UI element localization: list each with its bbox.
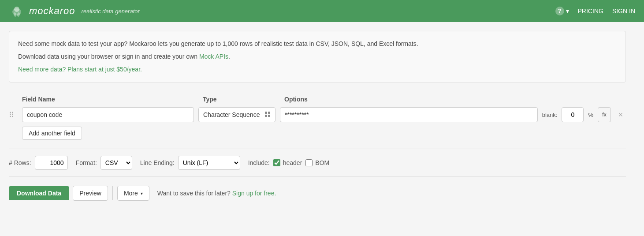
header-label[interactable]: header (283, 159, 302, 166)
header-checkbox-group: header (273, 159, 302, 166)
navbar: mockaroo realistic data generator ? ▾ PR… (0, 0, 644, 22)
upgrade-link[interactable]: Need more data? Plans start at just $50/… (18, 66, 142, 73)
rows-input[interactable] (35, 156, 68, 170)
save-text: Want to save this for later? Sign up for… (157, 190, 276, 197)
rows-label: # Rows: (9, 159, 31, 166)
chevron-down-icon: ▾ (141, 191, 143, 196)
remove-field-button[interactable]: × (615, 109, 626, 120)
help-button[interactable]: ? ▾ (555, 7, 569, 15)
line-ending-group: Line Ending: Unix (LF) Windows (CRLF) (140, 156, 240, 170)
mock-apis-link[interactable]: Mock APIs (199, 53, 228, 60)
info-line2-prefix: Download data using your browser or sign… (18, 53, 199, 60)
bom-checkbox-group: BOM (305, 159, 329, 166)
download-label: Download Data (17, 190, 61, 197)
more-button[interactable]: More ▾ (117, 186, 149, 201)
svg-rect-6 (265, 115, 267, 117)
action-row: Download Data Preview More ▾ Want to sav… (9, 186, 626, 201)
field-name-input[interactable] (22, 107, 194, 122)
format-select[interactable]: CSV JSON SQL Excel (101, 156, 132, 170)
col-type-header: Type (203, 96, 280, 103)
fx-label: fx (602, 112, 606, 118)
bom-checkbox[interactable] (305, 159, 313, 166)
preview-button[interactable]: Preview (73, 186, 108, 201)
signup-link[interactable]: Sign up for free. (232, 190, 276, 197)
navbar-brand: mockaroo realistic data generator (9, 3, 140, 19)
field-options-input[interactable] (280, 107, 538, 122)
rows-group: # Rows: (9, 156, 68, 170)
main-content: Need some mock data to test your app? Mo… (0, 22, 635, 210)
svg-point-1 (14, 7, 19, 12)
brand-subtitle: realistic data generator (82, 8, 140, 15)
svg-rect-7 (268, 115, 270, 117)
format-label: Format: (76, 159, 97, 166)
header-checkbox[interactable] (273, 159, 280, 166)
navbar-right: ? ▾ PRICING SIGN IN (555, 7, 635, 15)
field-type-label: Character Sequence (203, 111, 260, 118)
field-row: ⠿ Character Sequence (9, 107, 626, 122)
include-label: Include: (248, 159, 270, 166)
save-text-label: Want to save this for later? (157, 190, 231, 197)
include-group: Include: header BOM (248, 159, 330, 166)
add-field-button[interactable]: Add another field (22, 127, 82, 140)
fields-header: Field Name Type Options (9, 96, 626, 103)
info-line1: Need some mock data to test your app? Mo… (18, 39, 617, 49)
field-type-select[interactable]: Character Sequence (198, 107, 275, 122)
format-group: Format: CSV JSON SQL Excel (76, 156, 132, 170)
percent-label: % (588, 112, 593, 118)
signin-link[interactable]: SIGN IN (612, 7, 635, 15)
line-ending-select[interactable]: Unix (LF) Windows (CRLF) (178, 156, 240, 170)
bom-label[interactable]: BOM (315, 159, 329, 166)
brand-name: mockaroo (29, 5, 75, 17)
drag-handle-icon[interactable]: ⠿ (9, 111, 18, 119)
preview-label: Preview (79, 190, 101, 197)
col-name-header: Field Name (22, 96, 198, 103)
more-label: More (124, 190, 138, 197)
field-type-wrapper: Character Sequence (198, 107, 275, 122)
col-options-header: Options (284, 96, 626, 103)
field-type-icon (264, 111, 271, 119)
line-ending-label: Line Ending: (140, 159, 175, 166)
fields-section: Field Name Type Options ⠿ Character Sequ… (9, 96, 626, 140)
options-row: # Rows: Format: CSV JSON SQL Excel Line … (9, 149, 626, 177)
blank-input[interactable] (562, 107, 584, 122)
svg-rect-5 (268, 112, 270, 114)
blank-label: blank: (542, 112, 558, 118)
info-box: Need some mock data to test your app? Mo… (9, 31, 626, 82)
fx-button[interactable]: fx (598, 107, 611, 122)
pricing-link[interactable]: PRICING (578, 7, 603, 15)
help-circle-icon: ? (555, 7, 564, 15)
info-upgrade: Need more data? Plans start at just $50/… (18, 65, 617, 74)
svg-rect-4 (265, 112, 267, 114)
download-button[interactable]: Download Data (9, 186, 69, 200)
divider (112, 186, 113, 200)
logo-icon (9, 3, 25, 19)
help-dropdown-arrow: ▾ (566, 7, 569, 15)
info-line2-suffix: . (228, 53, 230, 60)
info-line2: Download data using your browser or sign… (18, 52, 617, 61)
add-field-label: Add another field (29, 130, 75, 137)
